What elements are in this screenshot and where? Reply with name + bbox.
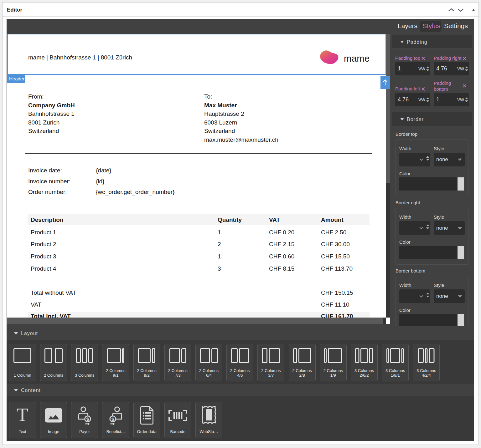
svg-text:$: $ <box>86 416 89 422</box>
svg-text:$: $ <box>111 416 114 422</box>
